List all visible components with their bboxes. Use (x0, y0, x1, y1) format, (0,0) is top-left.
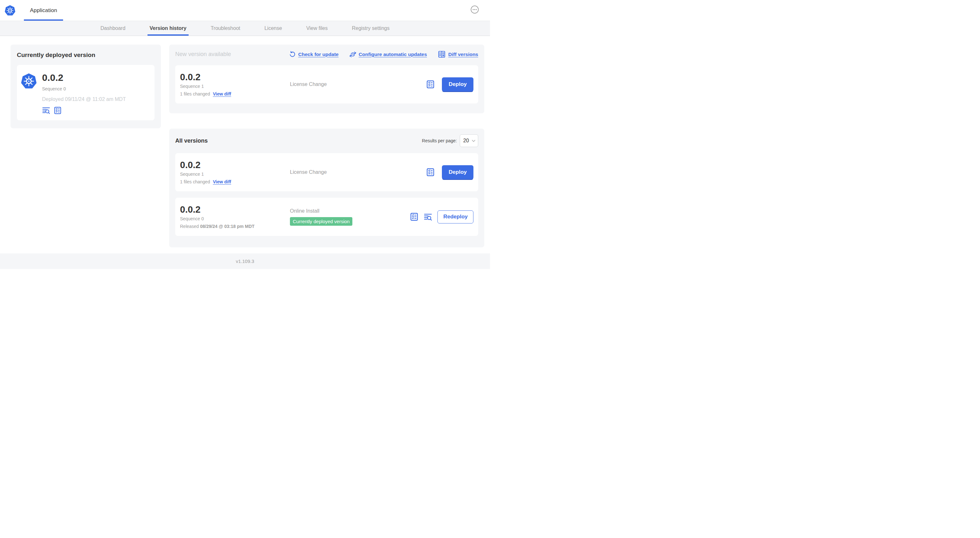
logs-icon (42, 106, 50, 114)
results-per-page: Results per page: 20 (422, 134, 478, 147)
version-released-at: Released 08/29/24 @ 03:18 pm MDT (180, 224, 290, 229)
new-version-panel-header: New version available Check for update C… (175, 50, 478, 58)
released-date: 08/29/24 @ 03:18 pm MDT (200, 224, 255, 229)
version-actions: Deploy (426, 165, 473, 179)
ellipsis-icon (471, 5, 479, 14)
auto-update-clock-icon (350, 51, 356, 58)
checklist-icon (54, 106, 62, 114)
update-actions: Check for update Configure automatic upd… (289, 50, 478, 58)
release-notes-button[interactable] (54, 106, 62, 114)
release-notes-button[interactable] (410, 212, 418, 221)
all-versions-title: All versions (175, 138, 208, 144)
currently-deployed-panel: Currently deployed version 0.0.2 Sequenc… (11, 44, 161, 128)
more-menu-button[interactable] (471, 5, 479, 14)
deploy-button[interactable]: Deploy (442, 165, 473, 179)
version-info: 0.0.2 Sequence 1 1 files changed View di… (180, 72, 290, 97)
version-actions: Deploy (426, 77, 473, 91)
version-row: 0.0.2 Sequence 0 Released 08/29/24 @ 03:… (175, 198, 478, 236)
version-source: License Change (290, 169, 426, 175)
right-column: New version available Check for update C… (169, 44, 484, 248)
source-label: License Change (290, 81, 327, 87)
results-per-page-select[interactable]: 20 (460, 134, 478, 147)
view-diff-link[interactable]: View diff (213, 179, 231, 184)
results-per-page-value: 20 (463, 138, 469, 144)
diff-versions-label: Diff versions (448, 52, 478, 57)
version-actions: Redeploy (410, 210, 473, 224)
kubernetes-logo-icon (5, 5, 15, 16)
current-version-number: 0.0.2 (42, 73, 126, 83)
version-info: 0.0.2 Sequence 1 1 files changed View di… (180, 160, 290, 184)
app-header: Application (0, 0, 490, 21)
console-version: v1.109.3 (236, 259, 254, 264)
tab-label: View files (306, 25, 328, 31)
version-number: 0.0.2 (180, 72, 290, 82)
version-sequence: Sequence 0 (180, 216, 290, 221)
tab-license[interactable]: License (262, 21, 284, 36)
view-diff-link[interactable]: View diff (213, 91, 231, 97)
check-for-update-label: Check for update (298, 52, 339, 57)
files-changed-row: 1 files changed View diff (180, 91, 290, 97)
files-changed-label: 1 files changed (180, 179, 210, 184)
tab-label: Registry settings (352, 25, 389, 31)
chevron-down-icon (472, 140, 475, 142)
new-version-panel: New version available Check for update C… (169, 44, 484, 113)
source-label: Online Install (290, 208, 320, 214)
deploy-button[interactable]: Deploy (442, 77, 473, 91)
release-notes-button[interactable] (426, 168, 435, 177)
app-kubernetes-icon (21, 73, 37, 89)
tab-view-files[interactable]: View files (304, 21, 330, 36)
redeploy-button[interactable]: Redeploy (438, 210, 473, 224)
current-version-sequence: Sequence 0 (42, 86, 126, 91)
current-version-details: 0.0.2 Sequence 0 Deployed 09/11/24 @ 11:… (42, 73, 126, 114)
logs-icon (424, 213, 432, 221)
tab-registry-settings[interactable]: Registry settings (350, 21, 391, 36)
version-sequence: Sequence 1 (180, 84, 290, 89)
tab-version-history[interactable]: Version history (148, 21, 189, 36)
current-version-actions (42, 106, 126, 114)
source-label: License Change (290, 169, 327, 175)
refresh-icon (289, 51, 296, 58)
version-number: 0.0.2 (180, 160, 290, 170)
currently-deployed-title: Currently deployed version (17, 51, 154, 59)
version-sequence: Sequence 1 (180, 171, 290, 177)
app-title: Application (30, 7, 57, 14)
current-version-card: 0.0.2 Sequence 0 Deployed 09/11/24 @ 11:… (17, 65, 154, 120)
view-logs-button[interactable] (42, 106, 50, 114)
tab-label: Dashboard (100, 25, 125, 31)
diff-versions-link[interactable]: Diff versions (438, 50, 478, 58)
tab-label: License (264, 25, 282, 31)
checklist-icon (426, 80, 435, 89)
all-versions-header: All versions Results per page: 20 (175, 134, 478, 147)
all-versions-panel: All versions Results per page: 20 (169, 129, 484, 248)
version-source: License Change (290, 81, 426, 87)
view-logs-button[interactable] (424, 213, 432, 221)
diff-icon (438, 50, 446, 58)
check-for-update-link[interactable]: Check for update (289, 51, 339, 58)
currently-deployed-badge: Currently deployed version (290, 217, 352, 226)
checklist-icon (410, 212, 418, 221)
files-changed-row: 1 files changed View diff (180, 179, 290, 184)
tab-label: Troubleshoot (211, 25, 240, 31)
version-number: 0.0.2 (180, 205, 290, 214)
checklist-icon (426, 168, 435, 177)
release-notes-button[interactable] (426, 80, 435, 89)
files-changed-label: 1 files changed (180, 91, 210, 97)
kots-admin-page: Application Dashboard Version history Tr… (0, 0, 490, 269)
version-row: 0.0.2 Sequence 1 1 files changed View di… (175, 153, 478, 191)
configure-automatic-updates-label: Configure automatic updates (359, 52, 427, 57)
configure-automatic-updates-link[interactable]: Configure automatic updates (350, 51, 427, 58)
app-title-tab[interactable]: Application (24, 0, 63, 21)
tab-troubleshoot[interactable]: Troubleshoot (208, 21, 242, 36)
tab-dashboard[interactable]: Dashboard (98, 21, 127, 36)
new-version-title: New version available (175, 51, 231, 58)
version-info: 0.0.2 Sequence 0 Released 08/29/24 @ 03:… (180, 205, 290, 229)
app-footer: v1.109.3 (0, 253, 490, 269)
new-version-row: 0.0.2 Sequence 1 1 files changed View di… (175, 65, 478, 103)
main-content: Currently deployed version 0.0.2 Sequenc… (0, 36, 490, 248)
released-prefix: Released (180, 224, 200, 229)
version-source: Online Install Currently deployed versio… (290, 208, 410, 226)
app-subnav: Dashboard Version history Troubleshoot L… (0, 21, 490, 36)
results-per-page-label: Results per page: (422, 138, 457, 143)
tab-label: Version history (150, 25, 187, 31)
current-version-deployed-at: Deployed 09/11/24 @ 11:02 am MDT (42, 97, 126, 102)
